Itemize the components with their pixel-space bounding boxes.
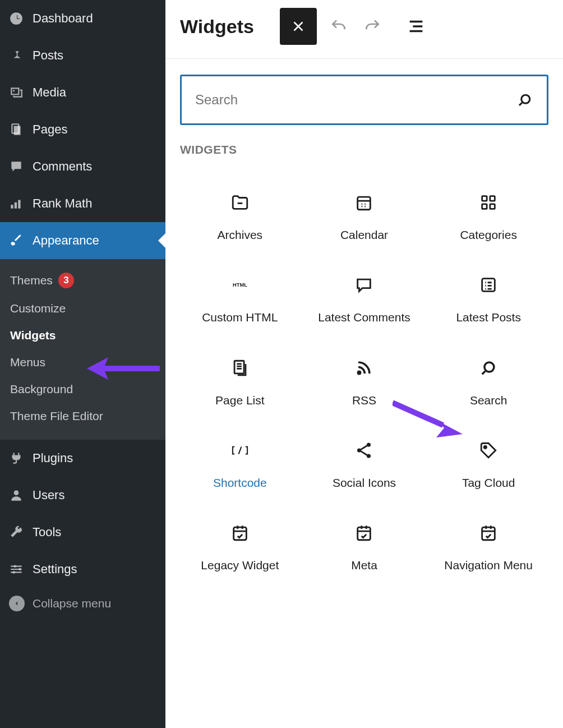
sidebar-item-settings[interactable]: Settings xyxy=(0,551,165,588)
sidebar-item-pages[interactable]: Pages xyxy=(0,111,165,148)
widget-label: Archives xyxy=(218,227,263,242)
rss-icon xyxy=(354,358,374,378)
svg-point-7 xyxy=(14,565,16,567)
pages-icon xyxy=(8,122,25,137)
widget-calendar[interactable]: Calendar xyxy=(304,192,424,242)
widget-label: Categories xyxy=(460,227,517,242)
submenu-item-customize[interactable]: Customize xyxy=(0,295,165,322)
sidebar-item-plugins[interactable]: Plugins xyxy=(0,440,165,477)
collapse-label: Collapse menu xyxy=(33,597,111,610)
submenu-item-background[interactable]: Background xyxy=(0,376,165,403)
svg-rect-26 xyxy=(358,527,371,540)
archive-icon xyxy=(230,192,250,213)
user-icon xyxy=(8,488,25,503)
comment-icon xyxy=(8,159,25,174)
sliders-icon xyxy=(8,562,25,577)
submenu-item-themes[interactable]: Themes 3 xyxy=(0,266,165,295)
submenu-item-label: Themes xyxy=(10,274,53,287)
widget-label: Latest Comments xyxy=(318,310,410,325)
submenu-item-label: Theme File Editor xyxy=(10,409,103,423)
pin-icon xyxy=(8,48,25,63)
widget-label: RSS xyxy=(352,393,376,408)
html-icon: HTML xyxy=(230,275,250,295)
widget-custom-html[interactable]: HTML Custom HTML xyxy=(180,275,300,325)
calendar-icon xyxy=(354,192,374,213)
svg-point-8 xyxy=(19,568,21,570)
search-input[interactable] xyxy=(195,92,516,108)
widget-rss[interactable]: RSS xyxy=(304,358,424,408)
wrench-icon xyxy=(8,525,25,540)
calendar-check-icon xyxy=(230,523,250,543)
appearance-submenu: Themes 3 Customize Widgets Menus Backgro… xyxy=(0,259,165,440)
main-panel: Widgets Widgets xyxy=(165,0,563,728)
widget-meta[interactable]: Meta xyxy=(304,523,424,573)
widget-label: Tag Cloud xyxy=(462,475,515,490)
svg-rect-27 xyxy=(482,527,495,540)
submenu-item-theme-file-editor[interactable]: Theme File Editor xyxy=(0,403,165,430)
submenu-item-menus[interactable]: Menus xyxy=(0,349,165,376)
search-icon xyxy=(516,91,533,108)
categories-icon xyxy=(478,192,499,213)
svg-point-0 xyxy=(13,90,15,91)
list-view-button[interactable] xyxy=(404,15,428,38)
widget-label: Custom HTML xyxy=(202,310,278,325)
section-heading: Widgets xyxy=(165,135,563,164)
widget-navigation-menu[interactable]: Navigation Menu xyxy=(428,523,548,573)
sidebar-item-label: Appearance xyxy=(33,233,99,248)
widget-label: Page List xyxy=(215,393,265,408)
submenu-item-label: Widgets xyxy=(10,329,56,342)
sidebar-item-posts[interactable]: Posts xyxy=(0,37,165,74)
widget-legacy-widget[interactable]: Legacy Widget xyxy=(180,523,300,573)
undo-button[interactable] xyxy=(327,15,350,38)
sidebar-item-label: Users xyxy=(33,488,64,503)
widget-search[interactable]: Search xyxy=(428,358,548,408)
sidebar-item-comments[interactable]: Comments xyxy=(0,148,165,185)
svg-text:HTML: HTML xyxy=(233,283,247,288)
widget-page-list[interactable]: Page List xyxy=(180,358,300,408)
widget-categories[interactable]: Categories xyxy=(428,192,548,242)
collapse-menu-button[interactable]: Collapse menu xyxy=(0,588,165,619)
sidebar-item-label: Rank Math xyxy=(33,196,92,211)
submenu-item-widgets[interactable]: Widgets xyxy=(0,322,165,349)
svg-rect-14 xyxy=(482,204,487,209)
svg-rect-12 xyxy=(482,196,487,201)
widget-shortcode[interactable]: Shortcode xyxy=(180,440,300,490)
widget-social-icons[interactable]: Social Icons xyxy=(304,440,424,490)
widget-archives[interactable]: Archives xyxy=(180,192,300,242)
widget-label: Meta xyxy=(351,557,377,573)
sidebar-item-label: Plugins xyxy=(33,451,73,466)
admin-sidebar: Dashboard Posts Media Pages Comments Ran… xyxy=(0,0,165,728)
sidebar-item-appearance[interactable]: Appearance xyxy=(0,222,165,259)
svg-rect-13 xyxy=(490,196,495,201)
sidebar-item-tools[interactable]: Tools xyxy=(0,514,165,551)
widget-label: Shortcode xyxy=(213,475,267,490)
widget-tag-cloud[interactable]: Tag Cloud xyxy=(428,440,548,490)
widget-label: Calendar xyxy=(340,227,388,242)
widget-latest-posts[interactable]: Latest Posts xyxy=(428,275,548,325)
close-panel-button[interactable] xyxy=(280,8,317,45)
sidebar-item-label: Tools xyxy=(33,525,61,540)
sidebar-item-dashboard[interactable]: Dashboard xyxy=(0,0,165,37)
svg-rect-4 xyxy=(15,202,17,209)
widgets-grid: Archives Calendar Categories HTML Custom… xyxy=(165,164,563,584)
comment-outline-icon xyxy=(354,275,374,295)
plug-icon xyxy=(8,451,25,466)
widget-label: Latest Posts xyxy=(456,310,521,325)
dashboard-icon xyxy=(8,11,25,26)
svg-point-19 xyxy=(358,371,361,374)
svg-rect-11 xyxy=(358,197,371,210)
collapse-icon xyxy=(9,596,25,611)
close-icon xyxy=(290,18,307,35)
media-icon xyxy=(8,85,25,100)
sidebar-item-media[interactable]: Media xyxy=(0,74,165,111)
widget-label: Social Icons xyxy=(333,475,396,490)
sidebar-item-label: Media xyxy=(33,85,66,100)
sidebar-item-users[interactable]: Users xyxy=(0,477,165,514)
sidebar-item-label: Settings xyxy=(33,562,77,577)
svg-point-24 xyxy=(484,446,486,448)
widget-latest-comments[interactable]: Latest Comments xyxy=(304,275,424,325)
sidebar-item-rankmath[interactable]: Rank Math xyxy=(0,185,165,222)
redo-button[interactable] xyxy=(361,15,384,38)
svg-point-10 xyxy=(522,95,530,103)
shortcode-icon xyxy=(230,440,250,460)
